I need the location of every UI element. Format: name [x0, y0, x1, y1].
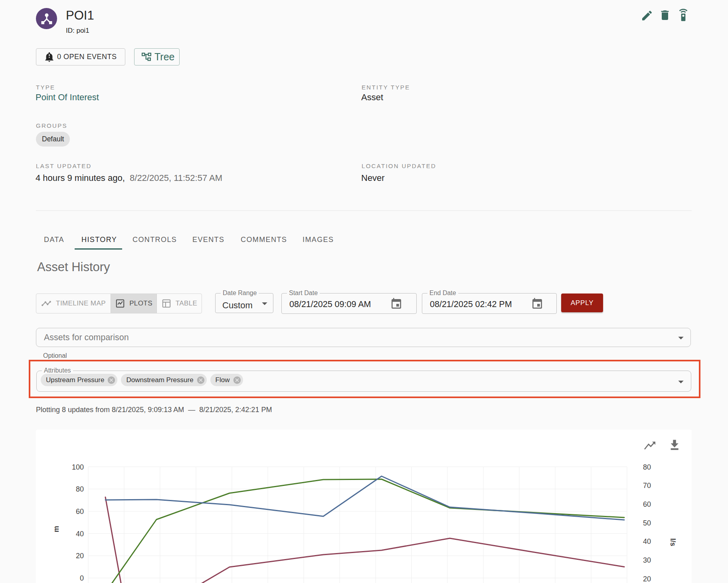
svg-text:50: 50	[643, 519, 651, 527]
svg-text:60: 60	[76, 508, 84, 516]
svg-text:m: m	[52, 526, 60, 532]
svg-text:0: 0	[80, 574, 84, 582]
svg-text:20: 20	[643, 575, 651, 583]
svg-text:80: 80	[643, 463, 651, 471]
svg-text:l/s: l/s	[669, 538, 677, 546]
svg-text:40: 40	[76, 530, 84, 538]
svg-text:40: 40	[643, 537, 651, 545]
svg-text:80: 80	[76, 485, 84, 493]
svg-text:60: 60	[643, 500, 651, 508]
svg-text:20: 20	[76, 552, 84, 560]
svg-text:70: 70	[643, 482, 651, 490]
svg-text:30: 30	[643, 556, 651, 564]
svg-text:100: 100	[72, 463, 84, 471]
